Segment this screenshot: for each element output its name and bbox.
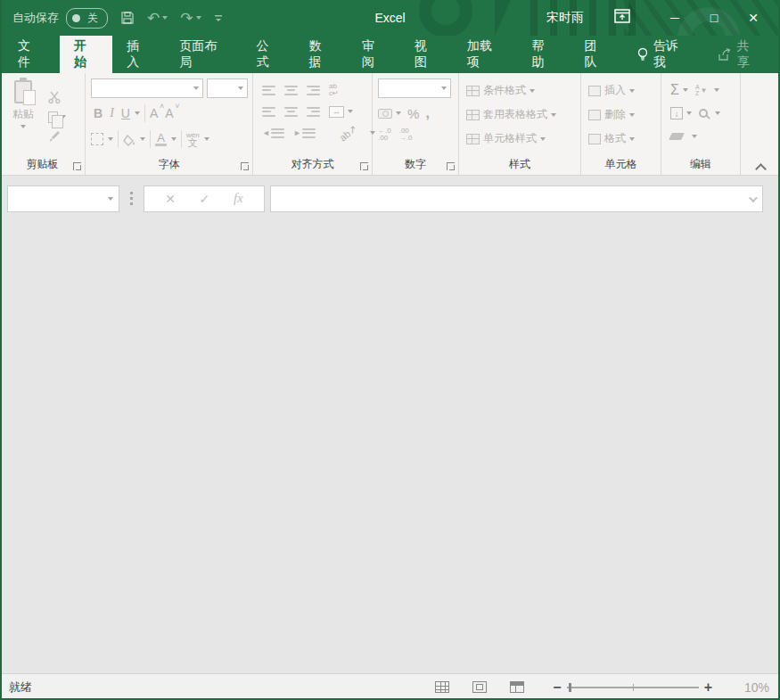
tab-view[interactable]: 视图	[400, 36, 453, 73]
wrap-text-button[interactable]: ab c↵	[329, 83, 339, 97]
decrease-decimal-button[interactable]: .00 →.0	[399, 128, 413, 142]
format-painter-button[interactable]	[48, 129, 66, 144]
tab-data[interactable]: 数据	[295, 36, 348, 73]
fill-color-dropdown-icon[interactable]	[140, 137, 145, 141]
sort-filter-dropdown-icon[interactable]	[714, 88, 719, 92]
share-button[interactable]: 共享	[703, 36, 780, 73]
zoom-slider[interactable]	[567, 687, 699, 688]
fill-button[interactable]: ↓	[670, 107, 683, 119]
redo-button[interactable]: ↷	[180, 9, 201, 28]
borders-dropdown-icon[interactable]	[108, 137, 113, 141]
clear-dropdown-icon[interactable]	[692, 135, 697, 138]
user-name[interactable]: 宋时雨	[546, 10, 584, 26]
name-box[interactable]	[7, 185, 119, 212]
paste-dropdown-icon[interactable]	[21, 125, 26, 128]
minimize-button[interactable]: ─	[655, 0, 694, 36]
grow-font-button[interactable]: A	[150, 106, 163, 120]
underline-button[interactable]: U	[119, 103, 133, 123]
formula-input[interactable]	[270, 185, 763, 212]
tab-home[interactable]: 开始	[60, 36, 112, 73]
increase-decimal-button[interactable]: ←.0 .00	[378, 128, 391, 142]
font-color-button[interactable]: A	[155, 133, 167, 146]
fill-color-button[interactable]	[123, 135, 135, 144]
autosum-button[interactable]: Σ	[670, 82, 679, 98]
save-button[interactable]	[120, 11, 135, 25]
insert-function-button[interactable]: fx	[234, 191, 243, 206]
normal-view-button[interactable]	[435, 681, 449, 693]
enter-button[interactable]: ✓	[200, 192, 210, 206]
orientation-button[interactable]: ab↗	[337, 122, 359, 144]
autosave-toggle[interactable]: 关	[66, 8, 108, 29]
autosum-dropdown-icon[interactable]	[683, 88, 688, 92]
align-center-button[interactable]	[284, 107, 298, 117]
customize-quick-access-button[interactable]	[214, 13, 223, 22]
merge-dropdown-icon[interactable]	[348, 110, 353, 113]
tell-me-box[interactable]: 告诉我	[623, 36, 703, 73]
font-color-dropdown-icon[interactable]	[171, 137, 177, 141]
zoom-out-button[interactable]: −	[547, 679, 566, 696]
cell-styles-button[interactable]: 单元格样式	[466, 127, 577, 151]
fill-dropdown-icon[interactable]	[686, 111, 692, 115]
font-size-combo[interactable]	[207, 78, 248, 98]
clear-button[interactable]	[669, 133, 685, 140]
underline-dropdown-icon[interactable]	[135, 111, 140, 115]
tab-team[interactable]: 团队	[571, 36, 623, 73]
copy-button[interactable]	[48, 110, 66, 124]
tab-insert[interactable]: 插入	[112, 36, 165, 73]
find-select-button[interactable]	[699, 109, 708, 118]
increase-indent-button[interactable]: ►	[293, 128, 316, 138]
comma-style-button[interactable]: ,	[425, 104, 430, 122]
format-as-table-button[interactable]: 套用表格格式	[466, 103, 577, 127]
clipboard-dialog-launcher-icon[interactable]	[73, 162, 81, 170]
tab-formulas[interactable]: 公式	[242, 36, 294, 73]
tab-help[interactable]: 帮助	[517, 36, 570, 73]
align-right-button[interactable]	[307, 107, 320, 117]
autosave-control[interactable]: 自动保存 关	[12, 8, 108, 29]
cut-button[interactable]	[48, 90, 66, 104]
format-cells-button[interactable]: 格式	[588, 127, 657, 151]
phonetic-dropdown-icon[interactable]	[204, 137, 209, 141]
delete-cells-button[interactable]: 删除	[588, 103, 657, 127]
page-break-preview-button[interactable]	[510, 681, 524, 693]
phonetic-guide-button[interactable]: wén 文	[186, 132, 200, 146]
bold-button[interactable]: B	[91, 103, 105, 123]
cancel-button[interactable]: ✕	[165, 192, 176, 206]
accounting-format-icon[interactable]	[378, 109, 392, 119]
collapse-ribbon-icon[interactable]	[757, 162, 766, 171]
percent-style-button[interactable]: %	[407, 106, 419, 121]
alignment-dialog-launcher-icon[interactable]	[360, 162, 368, 170]
decrease-indent-button[interactable]: ◄	[262, 128, 284, 138]
bottom-align-button[interactable]	[307, 86, 320, 95]
number-format-combo[interactable]	[378, 78, 451, 98]
insert-cells-button[interactable]: 插入	[588, 78, 657, 103]
zoom-level[interactable]: 10%	[730, 680, 769, 695]
zoom-slider-handle[interactable]	[569, 683, 571, 692]
accounting-dropdown-icon[interactable]	[396, 111, 401, 115]
shrink-font-button[interactable]: A	[165, 106, 178, 120]
merge-center-button[interactable]: ↔	[329, 106, 344, 118]
tab-file[interactable]: 文件	[0, 36, 60, 73]
font-name-combo[interactable]	[91, 78, 203, 98]
close-button[interactable]: ✕	[734, 0, 773, 36]
conditional-formatting-button[interactable]: 条件格式	[466, 78, 577, 103]
formula-bar-grip-icon[interactable]	[130, 192, 133, 205]
middle-align-button[interactable]	[284, 86, 298, 95]
redo-dropdown-icon[interactable]	[196, 16, 201, 20]
borders-button[interactable]	[91, 133, 103, 145]
maximize-button[interactable]: □	[694, 0, 734, 36]
top-align-button[interactable]	[262, 86, 275, 95]
align-left-button[interactable]	[262, 107, 275, 117]
expand-formula-bar-icon[interactable]	[749, 194, 758, 202]
tab-review[interactable]: 审阅	[348, 36, 400, 73]
page-layout-view-button[interactable]	[472, 681, 487, 693]
undo-button[interactable]: ↶	[147, 9, 168, 28]
tab-addins[interactable]: 加载项	[453, 36, 518, 73]
number-dialog-launcher-icon[interactable]	[447, 162, 455, 170]
paste-button[interactable]: 粘贴	[5, 80, 41, 128]
sort-filter-button[interactable]: A Z ▼	[695, 84, 708, 96]
name-box-dropdown-icon[interactable]	[108, 197, 113, 201]
ribbon-display-options-button[interactable]	[614, 9, 630, 27]
font-dialog-launcher-icon[interactable]	[241, 162, 249, 170]
zoom-in-button[interactable]: +	[699, 679, 718, 696]
find-select-dropdown-icon[interactable]	[715, 111, 720, 115]
